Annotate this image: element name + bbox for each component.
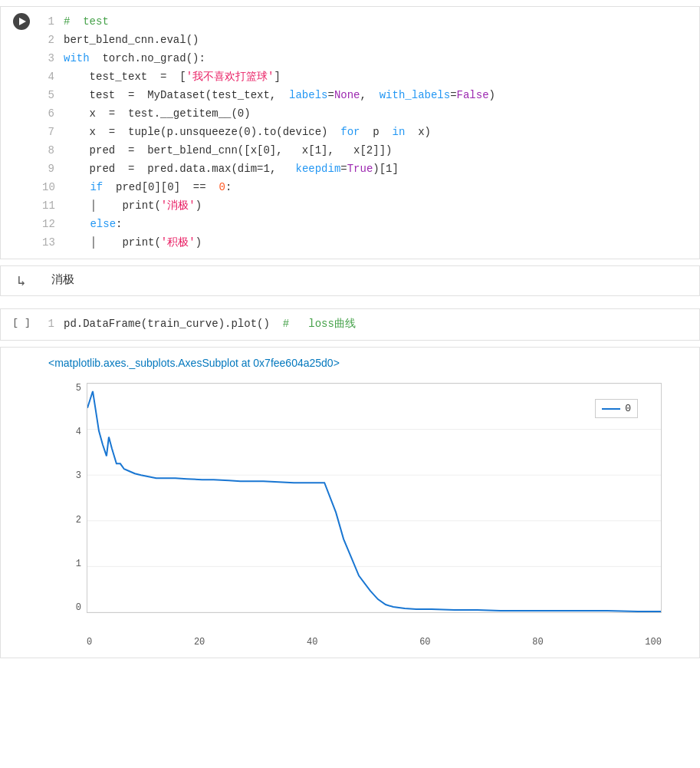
code-line-10: 10 if pred[0][0] == 0: bbox=[42, 179, 696, 197]
line-content-10: if pred[0][0] == 0: bbox=[64, 179, 232, 196]
code-area-1: 1 # test 2 bert_blend_cnn.eval() 3 with … bbox=[42, 7, 699, 259]
run-button-1[interactable] bbox=[13, 13, 30, 30]
cell-prompt-2: [ ] bbox=[12, 317, 30, 328]
line-content-2-1: pd.DataFrame(train_curve).plot() # loss曲… bbox=[64, 315, 356, 332]
line-num-1: 1 bbox=[42, 13, 64, 30]
plot-output-inner: <matplotlib.axes._subplots.AxesSubplot a… bbox=[48, 357, 693, 651]
output-content-1: 消极 bbox=[42, 266, 699, 295]
line-content-12: else: bbox=[64, 216, 123, 232]
cell-gutter-1 bbox=[1, 7, 42, 259]
x-label-100: 100 bbox=[645, 637, 662, 648]
code-area-2: 1 pd.DataFrame(train_curve).plot() # los… bbox=[42, 309, 699, 340]
line-num-2: 2 bbox=[42, 31, 64, 48]
code-line-2: 2 bert_blend_cnn.eval() bbox=[42, 31, 696, 50]
y-label-2: 2 bbox=[76, 515, 85, 526]
output-gutter-1: ↳ bbox=[1, 266, 42, 295]
x-label-20: 20 bbox=[194, 637, 205, 648]
line-num-7: 7 bbox=[42, 124, 64, 140]
x-label-40: 40 bbox=[307, 637, 317, 648]
line-num-3: 3 bbox=[42, 50, 64, 67]
plot-output-cell: <matplotlib.axes._subplots.AxesSubplot a… bbox=[0, 347, 700, 658]
line-content-7: x = tuple(p.unsqueeze(0).to(device) for … bbox=[64, 124, 431, 140]
line-num-8: 8 bbox=[42, 142, 64, 159]
line-num-4: 4 bbox=[42, 68, 64, 85]
cell-gutter-2: [ ] bbox=[1, 309, 42, 340]
code-line-2-1: 1 pd.DataFrame(train_curve).plot() # los… bbox=[42, 315, 696, 334]
line-content-5: test = MyDataset(test_text, labels=None,… bbox=[64, 87, 495, 104]
code-line-4: 4 test_text = ['我不喜欢打篮球'] bbox=[42, 68, 696, 87]
code-cell-2: [ ] 1 pd.DataFrame(train_curve).plot() #… bbox=[0, 308, 700, 341]
chart-container: 5 4 3 2 1 0 0 bbox=[48, 375, 677, 651]
code-cell-1: 1 # test 2 bert_blend_cnn.eval() 3 with … bbox=[0, 6, 700, 259]
line-num-12: 12 bbox=[42, 216, 64, 232]
line-content-13: │ print('积极') bbox=[64, 234, 202, 251]
code-line-8: 8 pred = bert_blend_cnn([x[0], x[1], x[2… bbox=[42, 142, 696, 160]
code-line-12: 12 else: bbox=[42, 216, 696, 234]
code-comment-text: loss曲线 bbox=[302, 318, 356, 330]
chart-drawing-area: 0 bbox=[87, 383, 662, 613]
line-content-1: # test bbox=[64, 13, 109, 30]
x-label-60: 60 bbox=[419, 637, 430, 648]
line-content-11: │ print('消极') bbox=[64, 197, 202, 214]
line-content-9: pred = pred.data.max(dim=1, keepdim=True… bbox=[64, 160, 399, 177]
line-content-4: test_text = ['我不喜欢打篮球'] bbox=[64, 68, 281, 85]
line-num-10: 10 bbox=[42, 179, 64, 196]
code-comment-hash: # bbox=[283, 318, 302, 330]
line-num-6: 6 bbox=[42, 105, 64, 122]
output-icon-1: ↳ bbox=[18, 272, 26, 289]
code-line-1: 1 # test bbox=[42, 13, 696, 31]
y-label-4: 4 bbox=[76, 427, 85, 437]
x-label-0: 0 bbox=[87, 637, 92, 648]
code-line-13: 13 │ print('积极') bbox=[42, 234, 696, 252]
code-line-5: 5 test = MyDataset(test_text, labels=Non… bbox=[42, 87, 696, 105]
line-content-8: pred = bert_blend_cnn([x[0], x[1], x[2]]… bbox=[64, 142, 392, 159]
y-label-1: 1 bbox=[76, 559, 85, 569]
line-num-11: 11 bbox=[42, 197, 64, 214]
legend-label: 0 bbox=[625, 403, 631, 414]
line-content-3: with torch.no_grad(): bbox=[64, 50, 205, 67]
line-num-5: 5 bbox=[42, 87, 64, 104]
code-line-9: 9 pred = pred.data.max(dim=1, keepdim=Tr… bbox=[42, 160, 696, 179]
chart-svg bbox=[87, 384, 661, 612]
y-label-3: 3 bbox=[76, 470, 85, 481]
code-line-6: 6 x = test.__getitem__(0) bbox=[42, 105, 696, 124]
line-num-9: 9 bbox=[42, 160, 64, 177]
chart-legend: 0 bbox=[595, 399, 638, 418]
code-fn-dataframe: pd.DataFrame(train_curve).plot() bbox=[64, 318, 270, 330]
y-axis-labels: 5 4 3 2 1 0 bbox=[48, 383, 85, 613]
code-spaces bbox=[270, 318, 283, 330]
output-cell-1: ↳ 消极 bbox=[0, 265, 700, 296]
legend-line bbox=[602, 408, 620, 410]
code-line-3: 3 with torch.no_grad(): bbox=[42, 50, 696, 68]
x-axis-labels: 0 20 40 60 80 100 bbox=[87, 637, 662, 648]
x-label-80: 80 bbox=[532, 637, 543, 648]
code-line-7: 7 x = tuple(p.unsqueeze(0).to(device) fo… bbox=[42, 124, 696, 142]
output-text-1: 消极 bbox=[51, 272, 74, 285]
y-label-5: 5 bbox=[76, 383, 85, 394]
subplot-ref-text: <matplotlib.axes._subplots.AxesSubplot a… bbox=[48, 357, 693, 369]
line-num-2-1: 1 bbox=[42, 315, 64, 332]
line-num-13: 13 bbox=[42, 234, 64, 251]
y-label-0: 0 bbox=[76, 602, 85, 613]
line-content-2: bert_blend_cnn.eval() bbox=[64, 31, 199, 48]
line-content-6: x = test.__getitem__(0) bbox=[64, 105, 251, 122]
notebook: 1 # test 2 bert_blend_cnn.eval() 3 with … bbox=[0, 6, 700, 658]
code-line-11: 11 │ print('消极') bbox=[42, 197, 696, 216]
